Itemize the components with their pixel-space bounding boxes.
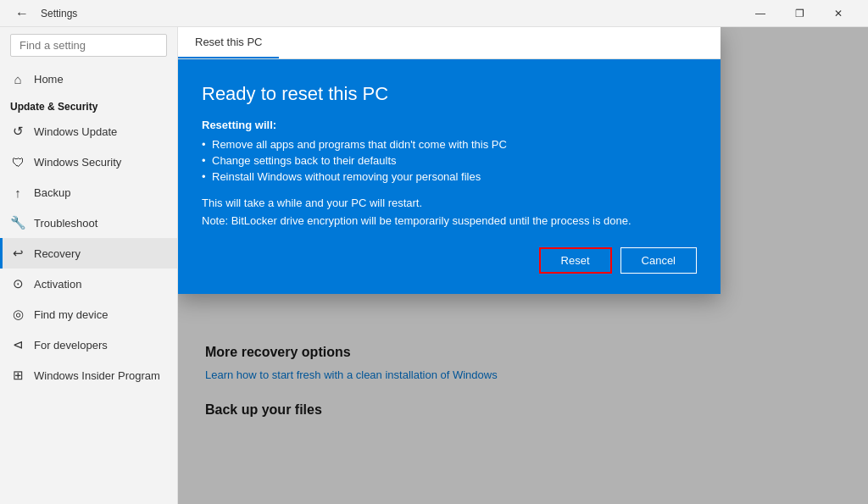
sidebar-item-label: Backup: [34, 186, 70, 199]
modal-subtitle: Resetting will:: [202, 119, 697, 131]
sidebar-item-label: Windows Insider Program: [34, 369, 160, 382]
sidebar-item-home[interactable]: ⌂ Home: [0, 64, 177, 94]
activation-icon: ⊙: [10, 276, 25, 291]
modal-body: Ready to reset this PC Resetting will: R…: [178, 59, 721, 294]
app-title: Settings: [41, 8, 77, 19]
modal-bullet-1: Remove all apps and programs that didn't…: [202, 138, 697, 151]
titlebar-left: ← Settings: [10, 2, 77, 25]
cancel-button[interactable]: Cancel: [620, 247, 697, 274]
maximize-button[interactable]: ❐: [780, 0, 819, 27]
sidebar-item-recovery[interactable]: ↩ Recovery: [0, 238, 177, 269]
reset-this-pc-tab[interactable]: Reset this PC: [178, 27, 279, 58]
sidebar-item-windows-insider[interactable]: ⊞ Windows Insider Program: [0, 360, 177, 390]
sidebar-item-label: Activation: [34, 278, 81, 291]
find-device-icon: ◎: [10, 307, 25, 322]
sidebar-item-label: Recovery: [34, 247, 81, 260]
troubleshoot-icon: 🔧: [10, 215, 25, 230]
app-body: ⌂ Home Update & Security ↺ Windows Updat…: [0, 27, 868, 504]
update-icon: ↺: [10, 124, 25, 139]
modal-note: This will take a while and your PC will …: [202, 197, 697, 209]
minimize-button[interactable]: —: [741, 0, 780, 27]
reset-modal: Reset this PC Ready to reset this PC Res…: [178, 27, 721, 294]
sidebar-item-for-developers[interactable]: ⊲ For developers: [0, 330, 177, 360]
sidebar-item-label: Windows Update: [34, 125, 117, 138]
close-button[interactable]: ✕: [819, 0, 858, 27]
modal-bullet-3: Reinstall Windows without removing your …: [202, 170, 697, 183]
sidebar-section-label: Update & Security: [0, 94, 177, 116]
home-icon: ⌂: [10, 71, 25, 86]
sidebar-item-windows-update[interactable]: ↺ Windows Update: [0, 116, 177, 147]
sidebar-item-backup[interactable]: ↑ Backup: [0, 177, 177, 208]
developers-icon: ⊲: [10, 337, 25, 352]
recovery-icon: ↩: [10, 246, 25, 261]
main-content: Recovery More recovery options Learn how…: [178, 27, 868, 504]
modal-warning: Note: BitLocker drive encryption will be…: [202, 214, 697, 227]
sidebar-item-troubleshoot[interactable]: 🔧 Troubleshoot: [0, 208, 177, 238]
modal-tab-bar: Reset this PC: [178, 27, 721, 59]
modal-bullet-list: Remove all apps and programs that didn't…: [202, 138, 697, 183]
back-button[interactable]: ←: [10, 2, 34, 25]
modal-title: Ready to reset this PC: [202, 83, 697, 105]
titlebar: ← Settings — ❐ ✕: [0, 0, 868, 27]
modal-overlay: Reset this PC Ready to reset this PC Res…: [178, 27, 868, 504]
sidebar-item-find-my-device[interactable]: ◎ Find my device: [0, 299, 177, 330]
reset-button[interactable]: Reset: [539, 247, 612, 274]
sidebar-item-label: For developers: [34, 339, 108, 352]
sidebar-item-activation[interactable]: ⊙ Activation: [0, 269, 177, 299]
sidebar-item-windows-security[interactable]: 🛡 Windows Security: [0, 147, 177, 177]
backup-icon: ↑: [10, 185, 25, 200]
security-icon: 🛡: [10, 154, 25, 169]
sidebar: ⌂ Home Update & Security ↺ Windows Updat…: [0, 27, 178, 504]
sidebar-item-label: Home: [34, 73, 64, 86]
search-input[interactable]: [10, 34, 167, 57]
modal-bullet-2: Change settings back to their defaults: [202, 154, 697, 167]
modal-actions: Reset Cancel: [202, 247, 697, 274]
window-controls: — ❐ ✕: [741, 0, 858, 27]
sidebar-item-label: Find my device: [34, 308, 108, 321]
insider-icon: ⊞: [10, 368, 25, 383]
sidebar-item-label: Windows Security: [34, 156, 121, 169]
sidebar-item-label: Troubleshoot: [34, 217, 97, 230]
